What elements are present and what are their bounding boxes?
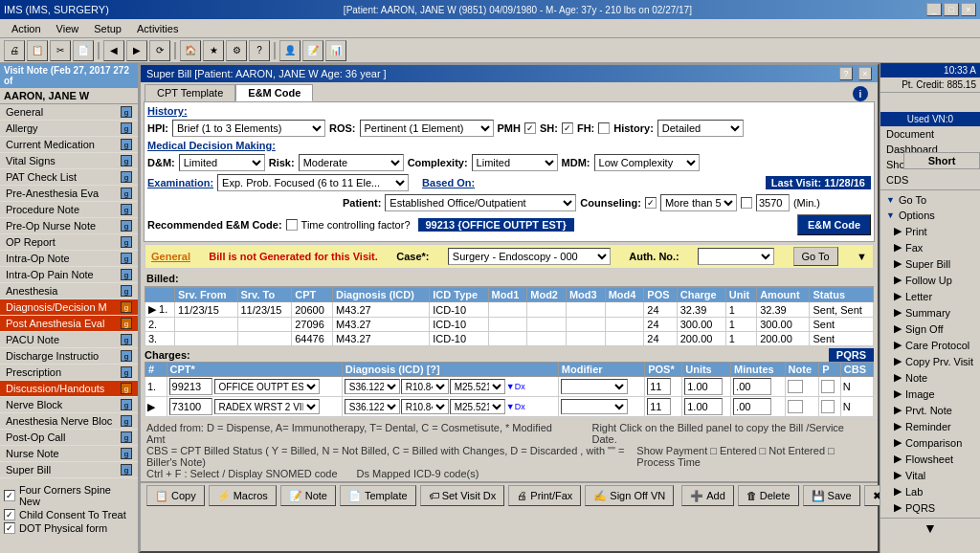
sidebar-item-prescription[interactable]: Prescriptiong: [0, 365, 138, 381]
ch-row2-cpt[interactable]: RADEX WRST 2 VIEWS: [167, 397, 342, 417]
right-item-note[interactable]: ▶ Note: [880, 369, 980, 386]
sidebar-item-general[interactable]: Generalg: [0, 104, 138, 121]
toolbar-btn-3[interactable]: ✂: [50, 40, 71, 61]
copy-button[interactable]: 📋 Copy: [146, 485, 205, 506]
ch-row2-expand[interactable]: ▶: [145, 397, 167, 417]
patient-select[interactable]: Established Office/Outpatient: [385, 194, 576, 211]
right-item-document[interactable]: Document: [880, 126, 980, 142]
ch-row1-note-btn[interactable]: [788, 380, 803, 393]
tab-emcode[interactable]: E&M Code: [235, 84, 313, 101]
sidebar-item-intra-pain[interactable]: Intra-Op Pain Noteg: [0, 267, 138, 283]
toolbar-btn-5[interactable]: ◀: [103, 40, 124, 61]
sidebar-item-nerve-block[interactable]: Nerve Blockg: [0, 397, 138, 413]
right-scroll-area[interactable]: ▼: [880, 518, 980, 537]
counseling-pct[interactable]: More than 50%: [660, 194, 737, 211]
menu-activities[interactable]: Activities: [129, 21, 186, 36]
table-row[interactable]: 2. 27096 M43.27 ICD-10: [145, 318, 874, 332]
ch-row1-p[interactable]: [819, 377, 841, 397]
toolbar-btn-7[interactable]: ⟳: [149, 40, 170, 61]
table-row[interactable]: ▶ 1. 11/23/15 11/23/15 20600 M43.27 ICD-…: [145, 302, 874, 318]
sidebar-item-current-med[interactable]: Current Medicationg: [0, 137, 138, 153]
ch-row1-minutes[interactable]: [731, 377, 786, 397]
toolbar-btn-10[interactable]: ⚙: [226, 40, 247, 61]
goto-button[interactable]: Go To: [793, 247, 838, 266]
ch-row2-cpt-desc[interactable]: RADEX WRST 2 VIEWS: [214, 399, 320, 414]
sidebar-item-postop-call[interactable]: Post-Op Callg: [0, 430, 138, 446]
ch-row1-diag[interactable]: S36.122S R10.84 M25.521 ▼Dx: [342, 377, 558, 397]
minutes-check[interactable]: [741, 197, 752, 209]
ch-row1-min-input[interactable]: [733, 378, 771, 395]
mdm-select[interactable]: Low Complexity: [594, 154, 700, 171]
charge-row[interactable]: ▶ RADEX WRST 2 VIEWS S36.122S: [145, 397, 874, 417]
check-child-consent[interactable]: Child Consent To Treat: [4, 508, 134, 521]
ch-row1-p-btn[interactable]: [821, 380, 835, 393]
ch-row1-dx-link[interactable]: ▼Dx: [506, 382, 525, 391]
right-item-comparison[interactable]: ▶ Comparison: [880, 434, 980, 451]
ch-row2-units[interactable]: [682, 397, 731, 417]
toolbar-btn-2[interactable]: 📋: [27, 40, 48, 61]
sidebar-item-preop-nurse[interactable]: Pre-Op Nurse Noteg: [0, 218, 138, 234]
add-button[interactable]: ➕ Add: [681, 485, 734, 506]
right-item-print[interactable]: ▶ Print: [880, 223, 980, 239]
ros-select[interactable]: Pertinent (1 Element): [360, 120, 494, 137]
right-item-options[interactable]: ▼ Options: [880, 208, 980, 223]
toolbar-btn-9[interactable]: ★: [203, 40, 224, 61]
ch-row2-mod-select[interactable]: [561, 399, 628, 414]
macros-button[interactable]: ⚡ Macros: [209, 485, 277, 506]
complexity-select[interactable]: Limited: [472, 154, 558, 171]
delete-button[interactable]: 🗑 Delete: [738, 485, 799, 506]
ch-row2-diag[interactable]: S36.122S R10.84 M25.521 ▼Dx: [342, 397, 558, 417]
right-item-vital[interactable]: ▶ Vital: [880, 467, 980, 483]
sidebar-item-vital-signs[interactable]: Vital Signsg: [0, 153, 138, 169]
sidebar-item-anesthesia[interactable]: Anesthesiag: [0, 283, 138, 299]
toolbar-btn-11[interactable]: ?: [249, 40, 270, 61]
ch-row1-diag2[interactable]: R10.84: [401, 379, 449, 394]
print-fax-button[interactable]: 🖨 Print/Fax: [508, 485, 581, 506]
ch-row1-cpt-input[interactable]: [169, 378, 212, 395]
sidebar-item-allergy[interactable]: Allergyg: [0, 121, 138, 137]
ch-row2-diag1[interactable]: S36.122S: [345, 399, 400, 414]
right-item-reminder[interactable]: ▶ Reminder: [880, 418, 980, 434]
ch-row2-note-btn[interactable]: [788, 400, 803, 413]
sidebar-item-post-anes[interactable]: Post Anesthesia Evalg: [0, 316, 138, 332]
right-scroll-down-icon[interactable]: ▼: [924, 520, 937, 536]
check-dot-physical-box[interactable]: [4, 522, 15, 534]
right-item-summary[interactable]: ▶ Summary: [880, 304, 980, 321]
maximize-button[interactable]: □: [944, 3, 959, 16]
check-child-consent-box[interactable]: [4, 509, 15, 520]
right-item-letter[interactable]: ▶ Letter: [880, 288, 980, 304]
dm-select[interactable]: Limited: [179, 154, 265, 171]
table-row[interactable]: 3. 64476 M43.27 ICD-10: [145, 332, 874, 346]
sidebar-item-pat-check[interactable]: PAT Check Listg: [0, 169, 138, 186]
sidebar-item-op-report[interactable]: OP Reportg: [0, 234, 138, 251]
ch-row2-diag3[interactable]: M25.521: [450, 399, 505, 414]
right-item-superbill[interactable]: ▶ Super Bill: [880, 255, 980, 272]
ch-row1-pos-input[interactable]: [647, 378, 671, 395]
ch-row2-pos[interactable]: [645, 397, 682, 417]
ch-row1-cpt[interactable]: OFFICE OUTPT EST: [167, 377, 342, 397]
sh-check[interactable]: [562, 122, 573, 134]
dialog-help-button[interactable]: ?: [839, 67, 853, 80]
dialog-close-button[interactable]: ×: [858, 67, 872, 80]
ch-row2-note[interactable]: [785, 397, 819, 417]
set-visit-dx-button[interactable]: 🏷 Set Visit Dx: [420, 485, 505, 506]
sidebar-item-diagnosis[interactable]: Diagnosis/Decision Mg: [0, 299, 138, 316]
counseling-check[interactable]: [645, 197, 657, 209]
close-button[interactable]: ✖ Close: [864, 485, 880, 506]
close-button[interactable]: ×: [961, 3, 976, 16]
sidebar-item-anes-nerve[interactable]: Anesthesia Nerve Blocg: [0, 413, 138, 430]
ch-row2-dx-link[interactable]: ▼Dx: [506, 402, 525, 411]
toolbar-btn-1[interactable]: 🖨: [4, 40, 25, 61]
menu-view[interactable]: View: [49, 21, 87, 36]
right-item-followup[interactable]: ▶ Follow Up: [880, 272, 980, 288]
ch-row2-minutes[interactable]: [731, 397, 786, 417]
sidebar-item-discharge[interactable]: Discharge Instructiog: [0, 348, 138, 365]
sign-off-vn-button[interactable]: ✍ Sign Off VN: [585, 485, 674, 506]
charge-row[interactable]: 1. OFFICE OUTPT EST S36.122S: [145, 377, 874, 397]
ch-row2-min-input[interactable]: [733, 398, 771, 415]
toolbar-btn-8[interactable]: 🏠: [180, 40, 201, 61]
toolbar-btn-6[interactable]: ▶: [126, 40, 147, 61]
ch-row2-diag2[interactable]: R10.84: [401, 399, 449, 414]
check-four-corners-box[interactable]: [4, 490, 15, 501]
sidebar-item-procedure-note[interactable]: Procedure Noteg: [0, 202, 138, 218]
